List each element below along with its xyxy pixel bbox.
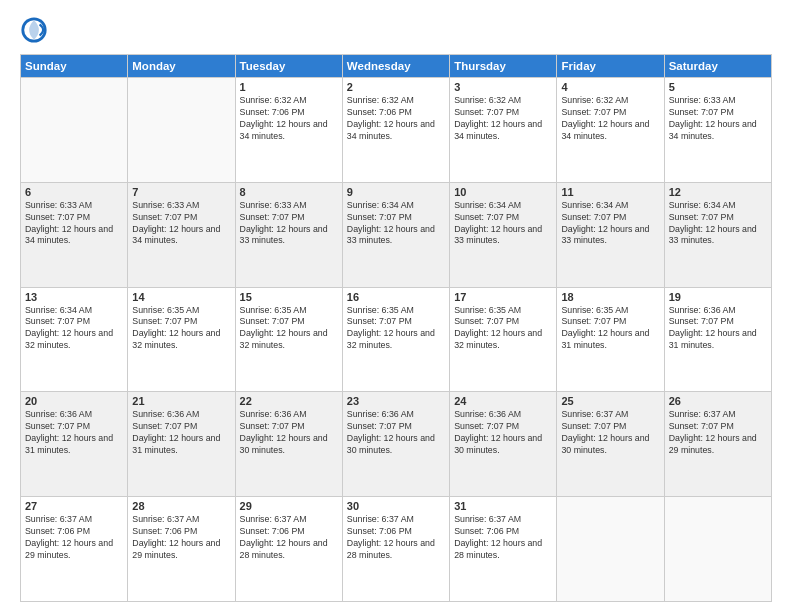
day-number: 6: [25, 186, 123, 198]
day-info: Sunrise: 6:37 AM Sunset: 7:06 PM Dayligh…: [454, 514, 552, 562]
day-info: Sunrise: 6:36 AM Sunset: 7:07 PM Dayligh…: [347, 409, 445, 457]
calendar-week-3: 13Sunrise: 6:34 AM Sunset: 7:07 PM Dayli…: [21, 287, 772, 392]
day-info: Sunrise: 6:37 AM Sunset: 7:07 PM Dayligh…: [561, 409, 659, 457]
calendar-cell: 5Sunrise: 6:33 AM Sunset: 7:07 PM Daylig…: [664, 78, 771, 183]
calendar-cell: 1Sunrise: 6:32 AM Sunset: 7:06 PM Daylig…: [235, 78, 342, 183]
calendar-week-4: 20Sunrise: 6:36 AM Sunset: 7:07 PM Dayli…: [21, 392, 772, 497]
day-info: Sunrise: 6:34 AM Sunset: 7:07 PM Dayligh…: [454, 200, 552, 248]
calendar-week-1: 1Sunrise: 6:32 AM Sunset: 7:06 PM Daylig…: [21, 78, 772, 183]
day-info: Sunrise: 6:33 AM Sunset: 7:07 PM Dayligh…: [669, 95, 767, 143]
day-number: 27: [25, 500, 123, 512]
calendar-cell: 14Sunrise: 6:35 AM Sunset: 7:07 PM Dayli…: [128, 287, 235, 392]
day-info: Sunrise: 6:35 AM Sunset: 7:07 PM Dayligh…: [561, 305, 659, 353]
calendar-cell: 11Sunrise: 6:34 AM Sunset: 7:07 PM Dayli…: [557, 182, 664, 287]
page: SundayMondayTuesdayWednesdayThursdayFrid…: [0, 0, 792, 612]
day-number: 24: [454, 395, 552, 407]
day-info: Sunrise: 6:32 AM Sunset: 7:06 PM Dayligh…: [347, 95, 445, 143]
day-number: 21: [132, 395, 230, 407]
calendar-header-saturday: Saturday: [664, 55, 771, 78]
calendar-header-thursday: Thursday: [450, 55, 557, 78]
day-number: 8: [240, 186, 338, 198]
day-info: Sunrise: 6:36 AM Sunset: 7:07 PM Dayligh…: [669, 305, 767, 353]
day-number: 26: [669, 395, 767, 407]
calendar-header-row: SundayMondayTuesdayWednesdayThursdayFrid…: [21, 55, 772, 78]
calendar-cell: 30Sunrise: 6:37 AM Sunset: 7:06 PM Dayli…: [342, 497, 449, 602]
day-number: 3: [454, 81, 552, 93]
calendar-cell: [21, 78, 128, 183]
calendar-cell: [664, 497, 771, 602]
calendar-header-friday: Friday: [557, 55, 664, 78]
day-info: Sunrise: 6:37 AM Sunset: 7:06 PM Dayligh…: [240, 514, 338, 562]
day-number: 14: [132, 291, 230, 303]
calendar-week-2: 6Sunrise: 6:33 AM Sunset: 7:07 PM Daylig…: [21, 182, 772, 287]
day-info: Sunrise: 6:33 AM Sunset: 7:07 PM Dayligh…: [132, 200, 230, 248]
day-number: 7: [132, 186, 230, 198]
calendar-cell: 4Sunrise: 6:32 AM Sunset: 7:07 PM Daylig…: [557, 78, 664, 183]
calendar-cell: 9Sunrise: 6:34 AM Sunset: 7:07 PM Daylig…: [342, 182, 449, 287]
day-info: Sunrise: 6:35 AM Sunset: 7:07 PM Dayligh…: [132, 305, 230, 353]
logo: [20, 16, 52, 44]
calendar-cell: [557, 497, 664, 602]
calendar-cell: 3Sunrise: 6:32 AM Sunset: 7:07 PM Daylig…: [450, 78, 557, 183]
calendar-cell: 16Sunrise: 6:35 AM Sunset: 7:07 PM Dayli…: [342, 287, 449, 392]
day-info: Sunrise: 6:34 AM Sunset: 7:07 PM Dayligh…: [561, 200, 659, 248]
calendar-header-sunday: Sunday: [21, 55, 128, 78]
day-info: Sunrise: 6:37 AM Sunset: 7:06 PM Dayligh…: [347, 514, 445, 562]
day-number: 22: [240, 395, 338, 407]
calendar-header-tuesday: Tuesday: [235, 55, 342, 78]
day-info: Sunrise: 6:32 AM Sunset: 7:07 PM Dayligh…: [561, 95, 659, 143]
day-info: Sunrise: 6:36 AM Sunset: 7:07 PM Dayligh…: [240, 409, 338, 457]
calendar-cell: 17Sunrise: 6:35 AM Sunset: 7:07 PM Dayli…: [450, 287, 557, 392]
day-number: 13: [25, 291, 123, 303]
day-number: 23: [347, 395, 445, 407]
calendar-cell: 21Sunrise: 6:36 AM Sunset: 7:07 PM Dayli…: [128, 392, 235, 497]
day-info: Sunrise: 6:35 AM Sunset: 7:07 PM Dayligh…: [347, 305, 445, 353]
calendar-cell: 18Sunrise: 6:35 AM Sunset: 7:07 PM Dayli…: [557, 287, 664, 392]
day-number: 31: [454, 500, 552, 512]
day-number: 16: [347, 291, 445, 303]
calendar-cell: 20Sunrise: 6:36 AM Sunset: 7:07 PM Dayli…: [21, 392, 128, 497]
day-info: Sunrise: 6:33 AM Sunset: 7:07 PM Dayligh…: [240, 200, 338, 248]
logo-icon: [20, 16, 48, 44]
calendar: SundayMondayTuesdayWednesdayThursdayFrid…: [20, 54, 772, 602]
calendar-cell: 15Sunrise: 6:35 AM Sunset: 7:07 PM Dayli…: [235, 287, 342, 392]
day-info: Sunrise: 6:37 AM Sunset: 7:07 PM Dayligh…: [669, 409, 767, 457]
day-number: 20: [25, 395, 123, 407]
day-number: 11: [561, 186, 659, 198]
day-number: 30: [347, 500, 445, 512]
calendar-cell: 26Sunrise: 6:37 AM Sunset: 7:07 PM Dayli…: [664, 392, 771, 497]
day-number: 15: [240, 291, 338, 303]
calendar-header-monday: Monday: [128, 55, 235, 78]
day-info: Sunrise: 6:36 AM Sunset: 7:07 PM Dayligh…: [454, 409, 552, 457]
day-info: Sunrise: 6:33 AM Sunset: 7:07 PM Dayligh…: [25, 200, 123, 248]
day-info: Sunrise: 6:35 AM Sunset: 7:07 PM Dayligh…: [240, 305, 338, 353]
day-number: 29: [240, 500, 338, 512]
calendar-cell: 12Sunrise: 6:34 AM Sunset: 7:07 PM Dayli…: [664, 182, 771, 287]
day-number: 19: [669, 291, 767, 303]
calendar-cell: [128, 78, 235, 183]
calendar-cell: 29Sunrise: 6:37 AM Sunset: 7:06 PM Dayli…: [235, 497, 342, 602]
day-info: Sunrise: 6:34 AM Sunset: 7:07 PM Dayligh…: [669, 200, 767, 248]
calendar-cell: 13Sunrise: 6:34 AM Sunset: 7:07 PM Dayli…: [21, 287, 128, 392]
day-number: 25: [561, 395, 659, 407]
day-number: 5: [669, 81, 767, 93]
day-number: 10: [454, 186, 552, 198]
calendar-cell: 2Sunrise: 6:32 AM Sunset: 7:06 PM Daylig…: [342, 78, 449, 183]
calendar-cell: 24Sunrise: 6:36 AM Sunset: 7:07 PM Dayli…: [450, 392, 557, 497]
calendar-cell: 8Sunrise: 6:33 AM Sunset: 7:07 PM Daylig…: [235, 182, 342, 287]
day-info: Sunrise: 6:32 AM Sunset: 7:06 PM Dayligh…: [240, 95, 338, 143]
day-info: Sunrise: 6:32 AM Sunset: 7:07 PM Dayligh…: [454, 95, 552, 143]
day-number: 28: [132, 500, 230, 512]
calendar-cell: 7Sunrise: 6:33 AM Sunset: 7:07 PM Daylig…: [128, 182, 235, 287]
calendar-cell: 19Sunrise: 6:36 AM Sunset: 7:07 PM Dayli…: [664, 287, 771, 392]
calendar-cell: 6Sunrise: 6:33 AM Sunset: 7:07 PM Daylig…: [21, 182, 128, 287]
calendar-week-5: 27Sunrise: 6:37 AM Sunset: 7:06 PM Dayli…: [21, 497, 772, 602]
calendar-cell: 27Sunrise: 6:37 AM Sunset: 7:06 PM Dayli…: [21, 497, 128, 602]
calendar-cell: 10Sunrise: 6:34 AM Sunset: 7:07 PM Dayli…: [450, 182, 557, 287]
day-info: Sunrise: 6:36 AM Sunset: 7:07 PM Dayligh…: [132, 409, 230, 457]
day-info: Sunrise: 6:34 AM Sunset: 7:07 PM Dayligh…: [347, 200, 445, 248]
header: [20, 16, 772, 44]
day-number: 12: [669, 186, 767, 198]
day-info: Sunrise: 6:34 AM Sunset: 7:07 PM Dayligh…: [25, 305, 123, 353]
calendar-cell: 25Sunrise: 6:37 AM Sunset: 7:07 PM Dayli…: [557, 392, 664, 497]
